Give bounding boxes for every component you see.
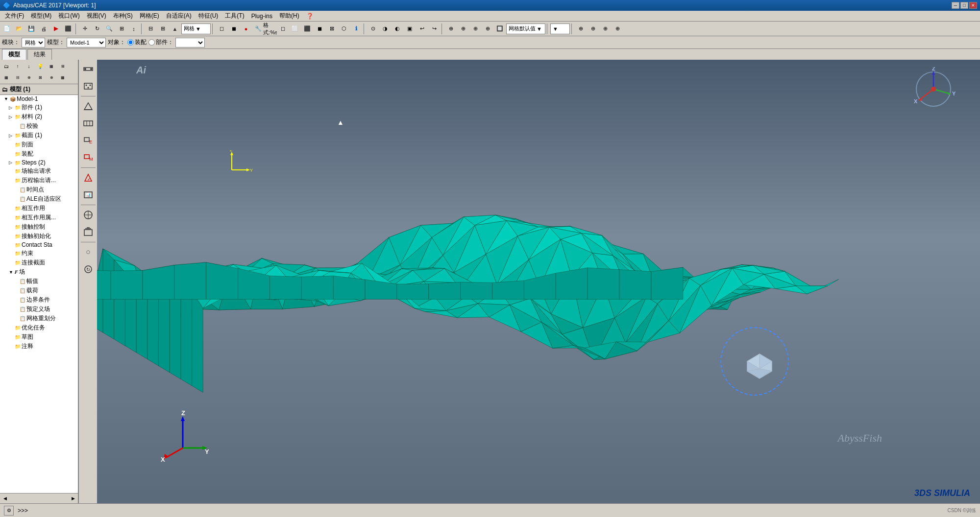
tree-steps[interactable]: ▷ 📁 Steps (2) [0,159,78,166]
tb-mesh-ctrl[interactable]: 🔧 [252,23,264,35]
si-mesh-orient[interactable]: ↻ [80,261,97,278]
tb-print[interactable]: 🖨 [38,23,49,35]
menu-view[interactable]: 视图(V) [84,11,109,21]
tb-view-dropdown[interactable]: ▼ [550,24,570,34]
si-seed-edge[interactable] [80,61,97,77]
tree-expand-parts[interactable]: ▷ [9,105,14,110]
tb-translate[interactable]: ✛ [79,23,91,35]
menu-help[interactable]: 帮助(H) [276,11,302,21]
tree-history-output[interactable]: 📁 历程输出请... [0,176,78,185]
si-verify-mesh[interactable]: ✓ [80,169,97,186]
tree-optimize[interactable]: 📁 优化任务 [0,323,78,332]
tree-section[interactable]: ▷ 📁 截面 (1) [0,131,78,140]
tree-parts[interactable]: ▷ 📁 部件 (1) [0,103,78,112]
tb-abaqus[interactable]: ▶ [50,23,62,35]
tb-cube1[interactable]: ◻ [277,23,289,35]
tree-connector[interactable]: 📁 连接截面 [0,258,78,267]
tree-contact-init[interactable]: 📁 接触初始化 [0,232,78,241]
tb-rotate[interactable]: ↻ [91,23,103,35]
lt-model-icon[interactable]: 🗂 [1,61,12,71]
tb-display2[interactable]: ◼ [228,23,240,35]
tab-result[interactable]: 结果 [27,49,52,60]
tb-circ1[interactable]: ⊙ [367,23,379,35]
close-button[interactable]: ✕ [969,2,977,9]
lt-icon4[interactable]: ⊟ [12,72,23,83]
viewport[interactable]: Ai Z Y X [97,60,980,503]
menu-viewport[interactable]: 视口(W) [55,11,82,21]
tb-cube5[interactable]: ⊠ [326,23,338,35]
tb-node[interactable]: ● [240,23,252,35]
tb-grid[interactable]: ⊟ [145,23,156,35]
tree-sketch[interactable]: 📁 草图 [0,332,78,342]
si-mesh-part[interactable] [80,115,97,132]
tb-ops4[interactable]: ⊕ [482,23,493,35]
tb-extra2[interactable]: ⊕ [587,23,599,35]
tb-all-dropdown[interactable]: 网格 ▼ [181,24,211,34]
model-select[interactable]: Model-1 [67,38,106,47]
tb-extra4[interactable]: ⊕ [612,23,623,35]
lt-icon1[interactable]: ▦ [46,61,57,71]
tb-new[interactable]: 📄 [1,23,13,35]
title-bar-controls[interactable]: ─ □ ✕ [952,2,977,9]
tb-cube4[interactable]: ◼ [314,23,325,35]
tree-contact-sta[interactable]: 📁 Contact Sta [0,241,78,249]
tb-mesh-default-dropdown[interactable]: 网格默认值 ▼ [506,24,545,34]
tree-interaction[interactable]: 📁 相互作用 [0,204,78,213]
tb-open[interactable]: 📂 [13,23,25,35]
si-mesh-stats[interactable]: 📊 [80,187,97,203]
tb-cursor[interactable]: ▲ [169,23,181,35]
tb-run[interactable]: ⬛ [62,23,74,35]
tree-ale[interactable]: 📋 ALE自适应区 [0,194,78,204]
tree-field[interactable]: ▼ 𝑭 场 [0,267,78,277]
tb-save[interactable]: 💾 [25,23,37,35]
menu-file[interactable]: 文件(F) [2,11,27,21]
si-mesh-region[interactable] [80,98,97,115]
tb-ops1[interactable]: ⊕ [445,23,457,35]
tree-profile[interactable]: 📁 剖面 [0,140,78,149]
menu-tools[interactable]: 工具(T) [222,11,247,21]
tb-ops2[interactable]: ⊕ [457,23,469,35]
tree-amplitude[interactable]: 📋 幅值 [0,277,78,286]
tb-extra3[interactable]: ⊕ [599,23,611,35]
tree-interaction-prop[interactable]: 📁 相互作用属... [0,213,78,222]
tab-model[interactable]: 模型 [2,49,26,60]
tb-cube3[interactable]: ⬛ [301,23,313,35]
lt-collapse[interactable]: ↑ [12,61,23,71]
tree-timepoints[interactable]: 📋 时间点 [0,185,78,194]
tb-circ2[interactable]: ◑ [379,23,391,35]
part-select[interactable] [175,38,205,47]
tb-zoom-box[interactable]: ⊞ [116,23,127,35]
menu-adaptive[interactable]: 自适应(A) [163,11,195,21]
part-radio[interactable]: 部件： [148,38,173,47]
tree-load[interactable]: 📋 载荷 [0,286,78,295]
assembly-radio[interactable]: 装配 [127,38,147,47]
tb-seed[interactable]: ⊞ [157,23,169,35]
si-assign-mesh[interactable]: M [80,149,97,166]
si-delete-mesh[interactable] [80,224,97,240]
tree-expand-steps[interactable]: ▷ [9,160,14,165]
tb-undo[interactable]: ↩ [416,23,428,35]
tree-materials[interactable]: ▷ 📁 材料 (2) [0,112,78,121]
tree-calibrate[interactable]: 📋 校验 [0,121,78,131]
tree-predefined[interactable]: 📋 预定义场 [0,305,78,314]
tree-expand-field[interactable]: ▼ [9,270,14,275]
lt-expand[interactable]: ↓ [24,61,34,71]
tb-redo[interactable]: ↪ [428,23,440,35]
tree-note[interactable]: 📁 注释 [0,342,78,351]
tb-info[interactable]: ℹ [350,23,362,35]
tb-sel1[interactable]: ▣ [404,23,416,35]
lt-icon3[interactable]: ▦ [1,72,12,83]
tree-contact-ctrl[interactable]: 📁 接触控制 [0,222,78,232]
module-select[interactable]: 网格 [22,38,45,47]
menu-seed[interactable]: 布种(S) [110,11,136,21]
menu-mesh[interactable]: 网格(E) [137,11,162,21]
tree-scroll-left[interactable]: ◀ [1,494,9,502]
lt-icon8[interactable]: ▦ [57,72,68,83]
tree-bc[interactable]: 📋 边界条件 [0,295,78,305]
tree-model[interactable]: ▼ 📦 Model-1 [0,95,78,103]
tree-scroll-right[interactable]: ▶ [69,494,77,502]
tb-ops3[interactable]: ⊕ [469,23,481,35]
tree-remesh[interactable]: 📋 网格重划分 [0,314,78,323]
tb-arrow[interactable]: ↕ [128,23,140,35]
tree-field-output[interactable]: 📁 场输出请求 [0,166,78,176]
